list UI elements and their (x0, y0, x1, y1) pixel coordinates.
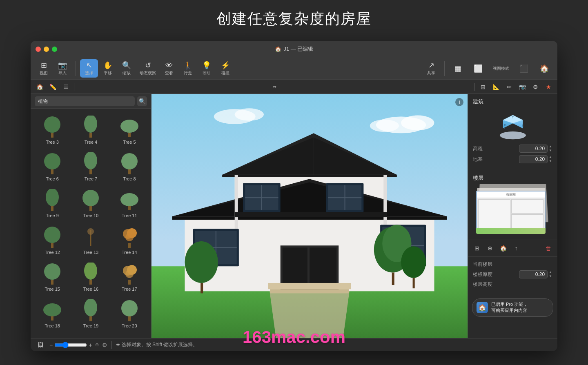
elevation-label: 高程 (473, 145, 483, 152)
svg-rect-19 (51, 243, 53, 248)
elevation-input[interactable] (519, 145, 548, 153)
search-button[interactable]: 🔍 (137, 96, 147, 106)
view-mode-split[interactable]: ⬛ (515, 62, 533, 75)
sec-filter-btn[interactable]: ⊞ (477, 82, 489, 92)
sec-tools-btn[interactable]: ⬌ (77, 82, 472, 92)
zoom-plus[interactable]: + (89, 342, 92, 348)
base-input[interactable] (519, 155, 548, 163)
tree-item-20[interactable]: Tree 20 (111, 296, 148, 331)
tree-item-7[interactable]: Tree 7 (72, 149, 109, 184)
pro-badge[interactable]: 🏠 已启用 Pro 功能， 可购买应用内内容 (472, 298, 553, 317)
select-button[interactable]: ↖ 选择 (80, 59, 98, 78)
sec-settings-btn[interactable]: ⚙ (530, 82, 541, 92)
thickness-down[interactable]: ▼ (548, 274, 552, 278)
tree-item-13[interactable]: Tree 13 (72, 222, 109, 257)
floor-home-btn[interactable]: 🏠 (497, 243, 509, 254)
view-mode-3d[interactable]: ⬜ (469, 62, 487, 75)
floor-up-btn[interactable]: ↑ (510, 243, 522, 254)
page-background: 创建任意复杂度的房屋 🏠 J1 — 已编辑 ⊞ 视图 📷 (0, 0, 588, 36)
svg-rect-78 (310, 247, 336, 289)
svg-rect-17 (128, 206, 131, 210)
sec-camera-btn[interactable]: 📷 (517, 82, 528, 92)
orbit-button[interactable]: ↺ 动态观察 (136, 59, 159, 78)
window-title-icon: 🏠 (275, 46, 281, 52)
svg-point-12 (46, 189, 59, 206)
tree-item-4[interactable]: Tree 4 (72, 112, 109, 147)
svg-point-4 (120, 120, 138, 133)
tree-item-6[interactable]: Tree 6 (34, 149, 71, 184)
tree-item-5[interactable]: Tree 5 (111, 112, 148, 147)
tree-item-3[interactable]: Tree 3 (34, 112, 71, 147)
elevation-down[interactable]: ▼ (548, 149, 552, 153)
svg-rect-7 (51, 169, 53, 174)
view-button[interactable]: ⊞ 视图 (35, 59, 53, 78)
page-title: 创建任意复杂度的房屋 (0, 0, 588, 36)
sec-home-btn[interactable]: 🏠 (34, 82, 45, 92)
floor-delete-btn[interactable]: 🗑 (543, 243, 554, 254)
view-mode-2d[interactable]: ▦ (449, 62, 467, 75)
tree-item-11[interactable]: Tree 11 (111, 185, 148, 220)
sec-star-btn[interactable]: ★ (543, 82, 554, 92)
settings-btn[interactable]: ⚙ (102, 342, 107, 348)
elevation-up[interactable]: ▲ (548, 145, 552, 149)
zoom-controls: − + (49, 342, 92, 348)
view-cube[interactable]: T H F E (497, 109, 529, 141)
tree-thumb-5 (117, 114, 142, 139)
lighting-button[interactable]: 💡 照明 (198, 59, 216, 78)
svg-rect-15 (89, 206, 92, 211)
tree-item-15[interactable]: Tree 15 (34, 259, 71, 294)
viewport-info-button[interactable]: i (455, 98, 463, 106)
zoom-minus[interactable]: − (49, 342, 53, 348)
zoom-button[interactable]: 🔍 缩放 (118, 59, 136, 78)
tree-item-9[interactable]: Tree 9 (34, 185, 71, 220)
sec-measure-btn[interactable]: 📐 (490, 82, 502, 92)
collision-button[interactable]: ⚡ 碰撞 (216, 59, 234, 78)
view-mode-label[interactable]: 视图模式 (490, 64, 512, 73)
share-button[interactable]: ↗ 共享 (422, 59, 440, 78)
close-button[interactable] (36, 47, 41, 52)
floor-plan-container: 总蓝图 (473, 185, 552, 234)
view2-button[interactable]: 👁 查看 (160, 60, 178, 78)
import-button[interactable]: 📷 导入 (53, 59, 71, 78)
maximize-button[interactable] (52, 47, 57, 52)
base-stepper[interactable]: ▲ ▼ (548, 155, 552, 163)
floor-grid-btn[interactable]: ⊞ (471, 243, 483, 254)
floor-plan-active[interactable]: 总蓝图 (476, 191, 546, 231)
zoom-slider[interactable] (54, 342, 87, 348)
home-button[interactable]: 🏠 (535, 62, 553, 75)
main-viewport[interactable]: i (151, 94, 468, 338)
tree-item-12[interactable]: Tree 12 (34, 222, 71, 257)
tree-item-19[interactable]: Tree 19 (72, 296, 109, 331)
thickness-up[interactable]: ▲ (548, 270, 552, 274)
svg-rect-27 (51, 280, 53, 285)
floor-add-btn[interactable]: ⊕ (484, 243, 496, 254)
svg-point-21 (87, 228, 94, 235)
tree-item-8[interactable]: Tree 8 (111, 149, 148, 184)
svg-rect-82 (392, 273, 394, 285)
base-up[interactable]: ▲ (548, 155, 552, 159)
tree-item-14[interactable]: Tree 14 (111, 222, 148, 257)
svg-rect-80 (270, 289, 349, 293)
sec-edit-btn[interactable]: ✏️ (47, 82, 58, 92)
thickness-stepper[interactable]: ▲ ▼ (548, 270, 552, 278)
tree-item-17[interactable]: Tree 17 (111, 259, 148, 294)
base-down[interactable]: ▼ (548, 159, 552, 163)
walk-button[interactable]: 🚶 行走 (179, 59, 197, 78)
minimize-button[interactable] (44, 47, 49, 52)
tree-item-16[interactable]: Tree 16 (72, 259, 109, 294)
elevation-stepper[interactable]: ▲ ▼ (548, 145, 552, 153)
current-floor-label: 当前楼层 (473, 261, 552, 268)
thickness-row: 楼板厚度 ▲ ▼ (473, 270, 552, 278)
thickness-input[interactable] (519, 270, 548, 278)
tree-label-6: Tree 6 (46, 176, 58, 181)
tree-item-10[interactable]: Tree 10 (72, 185, 109, 220)
svg-point-43 (370, 120, 399, 132)
svg-point-32 (125, 270, 134, 278)
status-image-btn[interactable]: 🖼 (35, 340, 46, 350)
tree-item-18[interactable]: Tree 18 (34, 296, 71, 331)
pan-button[interactable]: ✋ 平移 (99, 59, 117, 78)
category-dropdown[interactable]: 植物 (35, 96, 135, 106)
import-icon: 📷 (58, 61, 67, 70)
sec-list-btn[interactable]: ☰ (60, 82, 71, 92)
sec-pencil-btn[interactable]: ✏ (503, 82, 515, 92)
